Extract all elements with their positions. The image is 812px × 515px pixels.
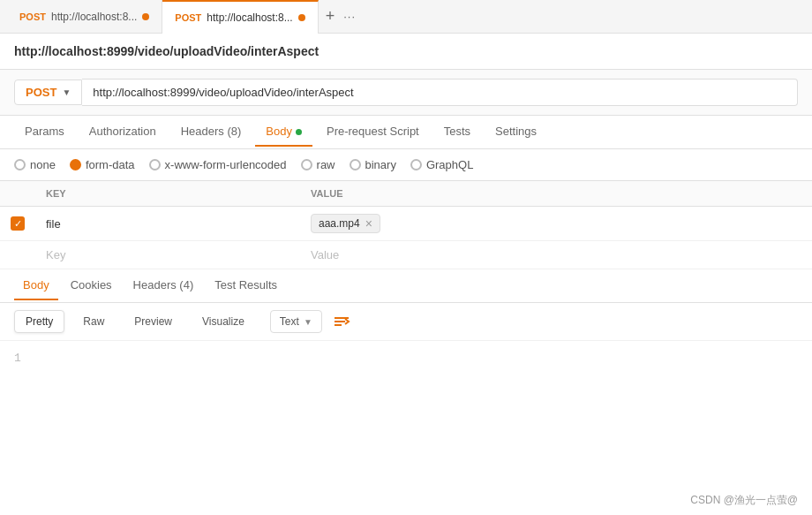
url-input[interactable] [82, 79, 798, 106]
table-row-empty: Key Value [0, 241, 812, 269]
radio-none-circle [14, 159, 26, 170]
resp-tab-cookies[interactable]: Cookies [62, 271, 121, 300]
tab-settings[interactable]: Settings [485, 117, 547, 147]
file-tag: aaa.mp4 × [311, 214, 380, 233]
key-placeholder: Key [46, 248, 65, 261]
tab-2[interactable]: POST http://localhost:8... [162, 0, 318, 34]
request-bar: POST ▼ [0, 70, 812, 116]
resp-tab-test-results[interactable]: Test Results [206, 271, 286, 300]
wrap-button[interactable] [333, 314, 350, 329]
tab-2-method: POST [175, 12, 201, 23]
radio-form-data-circle [70, 159, 81, 170]
col-check-header [0, 181, 35, 207]
tab-1[interactable]: POST http://localhost:8... [7, 0, 162, 34]
format-pretty-button[interactable]: Pretty [14, 310, 64, 333]
tab-1-dot [142, 13, 149, 20]
format-bar: Pretty Raw Preview Visualize Text ▼ [0, 303, 812, 341]
tab-pre-request[interactable]: Pre-request Script [316, 117, 430, 147]
nav-tabs: Params Authorization Headers (8) Body Pr… [0, 116, 812, 149]
tab-1-method: POST [19, 11, 46, 22]
tab-tests[interactable]: Tests [433, 117, 481, 147]
format-preview-button[interactable]: Preview [123, 310, 184, 333]
col-value-header: VALUE [300, 181, 812, 207]
tab-2-dot [298, 14, 305, 21]
resp-tab-body[interactable]: Body [14, 271, 58, 300]
radio-raw-circle [301, 159, 312, 170]
radio-none[interactable]: none [14, 158, 56, 171]
value-placeholder: Value [311, 248, 339, 261]
file-tag-remove-button[interactable]: × [365, 217, 372, 230]
empty-row-key-cell[interactable]: Key [35, 241, 300, 269]
radio-raw[interactable]: raw [301, 158, 335, 171]
empty-row-check-cell [0, 241, 35, 269]
tab-actions: + ··· [326, 7, 356, 26]
row-1-key: file [46, 217, 61, 231]
radio-urlencoded-circle [149, 159, 161, 170]
table-row: ✓ file aaa.mp4 × [0, 207, 812, 241]
tab-authorization[interactable]: Authorization [79, 117, 167, 147]
url-title: http://localhost:8999/video/uploadVideo/… [0, 34, 812, 70]
empty-row-value-cell[interactable]: Value [300, 241, 812, 269]
row-1-checkbox[interactable]: ✓ [11, 216, 25, 231]
format-type-dropdown[interactable]: Text ▼ [270, 310, 322, 333]
wrap-icon [333, 314, 350, 329]
file-tag-name: aaa.mp4 [319, 217, 360, 230]
radio-urlencoded[interactable]: x-www-form-urlencoded [149, 158, 287, 171]
tab-2-url: http://localhost:8... [207, 11, 292, 24]
response-tabs: Body Cookies Headers (4) Test Results [0, 269, 812, 303]
line-number-1: 1 [14, 352, 21, 365]
tab-params[interactable]: Params [14, 117, 75, 147]
body-active-dot [296, 129, 302, 135]
code-area: 1 [0, 341, 812, 394]
radio-graphql-circle [410, 159, 422, 170]
tab-1-url: http://localhost:8... [51, 11, 137, 23]
method-label: POST [26, 86, 56, 99]
tab-headers[interactable]: Headers (8) [170, 117, 252, 147]
col-key-header: KEY [35, 181, 300, 207]
tab-body[interactable]: Body [255, 117, 312, 147]
add-tab-button[interactable]: + [326, 7, 335, 26]
resp-tab-headers[interactable]: Headers (4) [124, 271, 203, 300]
more-tabs-button[interactable]: ··· [343, 10, 356, 23]
row-1-value-cell: aaa.mp4 × [300, 207, 812, 241]
row-1-key-cell: file [35, 207, 300, 241]
tab-bar: POST http://localhost:8... POST http://l… [0, 0, 812, 34]
radio-form-data[interactable]: form-data [70, 158, 135, 171]
method-select[interactable]: POST ▼ [14, 80, 82, 105]
radio-binary-circle [350, 159, 361, 170]
key-value-table: KEY VALUE ✓ file aaa.mp4 × [0, 181, 812, 269]
method-chevron-icon: ▼ [62, 87, 71, 97]
body-type-row: none form-data x-www-form-urlencoded raw… [0, 149, 812, 181]
format-type-selected: Text [280, 315, 299, 328]
radio-graphql[interactable]: GraphQL [410, 158, 473, 171]
format-dropdown-chevron-icon: ▼ [304, 317, 312, 327]
format-visualize-button[interactable]: Visualize [191, 310, 256, 333]
row-1-check-cell: ✓ [0, 207, 35, 241]
radio-binary[interactable]: binary [350, 158, 396, 171]
format-raw-button[interactable]: Raw [71, 310, 116, 333]
